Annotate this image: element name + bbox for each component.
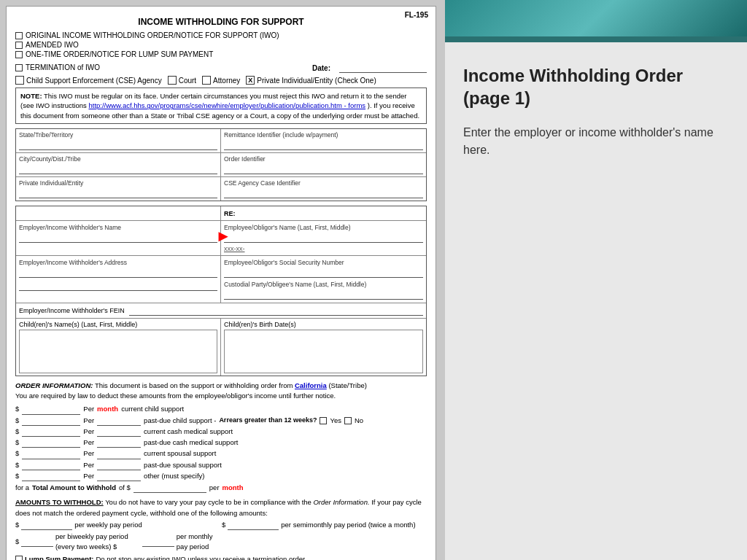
employee-ssn-input[interactable] bbox=[224, 268, 423, 278]
emp-right: Employee/Obligor's Name (Last, First, Mi… bbox=[221, 221, 426, 255]
employer-address-input[interactable] bbox=[19, 268, 217, 278]
period-7[interactable] bbox=[97, 471, 141, 481]
agency-attorney-label: Attorney bbox=[213, 77, 240, 85]
order-state: California bbox=[295, 381, 327, 389]
field-state: State/Tribe/Territory bbox=[16, 129, 221, 153]
employee-name-label: Employee/Obligor's Name (Last, First, Mi… bbox=[224, 224, 423, 231]
cb-amended-label: AMENDED IWO bbox=[26, 41, 79, 49]
cb-arrears-no[interactable] bbox=[344, 417, 352, 424]
field-remittance: Remittance Identifier (include w/payment… bbox=[221, 129, 426, 153]
private-input[interactable] bbox=[19, 188, 217, 198]
re-header: RE: bbox=[16, 206, 426, 220]
pay-weekly-input[interactable] bbox=[21, 520, 72, 530]
address-block: Employer/Income Withholder's Address Emp… bbox=[16, 255, 426, 303]
children-names-header: Child(ren)'s Name(s) (Last, First, Middl… bbox=[19, 321, 217, 328]
agency-attorney: Attorney bbox=[202, 76, 240, 85]
period-4[interactable] bbox=[97, 438, 141, 448]
employee-ssn-label: Employee/Obligor's Social Security Numbe… bbox=[224, 259, 423, 266]
cb-lump-sum[interactable] bbox=[15, 556, 23, 560]
amount-6[interactable] bbox=[22, 460, 80, 470]
order-input[interactable] bbox=[224, 164, 423, 174]
arrow-icon: ► bbox=[215, 227, 231, 246]
employer-block: Employer/Income Withholder's Name ► Empl… bbox=[16, 220, 426, 255]
agency-private: X Private Individual/Entity (Check One) bbox=[246, 76, 376, 85]
children-dob-input[interactable] bbox=[224, 330, 423, 373]
children-table: Child(ren)'s Name(s) (Last, First, Middl… bbox=[16, 318, 426, 376]
cb-cse[interactable] bbox=[15, 76, 24, 85]
cb-attorney[interactable] bbox=[202, 76, 211, 85]
amount-3[interactable] bbox=[22, 427, 80, 437]
cb-amended-box[interactable] bbox=[15, 42, 23, 49]
period-5[interactable] bbox=[97, 449, 141, 459]
info-description: Enter the employer or income withholder'… bbox=[463, 124, 729, 159]
cse-case-input[interactable] bbox=[224, 188, 423, 198]
field-private: Private Individual/Entity bbox=[16, 177, 221, 201]
pay-biweekly-input[interactable] bbox=[21, 537, 53, 547]
field-city: City/County/Dist./Tribe bbox=[16, 153, 221, 177]
agency-court: Court bbox=[168, 76, 196, 85]
period-3[interactable] bbox=[97, 427, 141, 437]
employee-name-input[interactable] bbox=[224, 233, 423, 243]
fein-label: Employer/Income Withholder's FEIN bbox=[19, 307, 125, 314]
state-input[interactable] bbox=[19, 140, 217, 150]
cb-termination-box[interactable] bbox=[15, 64, 23, 71]
field-private-label: Private Individual/Entity bbox=[19, 179, 217, 187]
pay-row-weekly: $ per weekly pay period bbox=[15, 520, 220, 530]
city-input[interactable] bbox=[19, 164, 217, 174]
amount-4[interactable] bbox=[22, 438, 80, 448]
order-info: ORDER INFORMATION: This document is base… bbox=[15, 381, 427, 494]
total-amount-input[interactable] bbox=[133, 483, 206, 493]
cb-onetime-box[interactable] bbox=[15, 51, 23, 58]
cb-arrears-yes[interactable] bbox=[320, 417, 327, 424]
fein-row: Employer/Income Withholder's FEIN bbox=[16, 303, 426, 318]
amount-7[interactable] bbox=[22, 471, 80, 481]
agency-cse: Child Support Enforcement (CSE) Agency bbox=[15, 76, 162, 85]
amounts-section: AMOUNTS TO WITHHOLD: You do not have to … bbox=[15, 497, 427, 560]
re-label: RE: bbox=[224, 210, 236, 217]
pay-row-semimonthly: $ per semimonthly pay period (twice a mo… bbox=[222, 520, 427, 530]
cb-termination-label: TERMINATION of IWO bbox=[26, 63, 100, 71]
support-row-6: $ Per past-due spousal support bbox=[15, 460, 427, 470]
teal-bar bbox=[445, 0, 747, 36]
amount-1[interactable] bbox=[22, 405, 80, 415]
custodial-label: Custodial Party/Obligee's Name (Last, Fi… bbox=[224, 281, 423, 288]
lump-sum-row: Lump Sum Payment: Do not stop any existi… bbox=[15, 554, 427, 560]
period-2[interactable] bbox=[97, 416, 141, 426]
pay-monthly-input[interactable] bbox=[142, 537, 174, 547]
document-panel: FL-195 INCOME WITHHOLDING FOR SUPPORT OR… bbox=[0, 0, 445, 560]
remittance-input[interactable] bbox=[224, 140, 423, 150]
pay-semimonthly-input[interactable] bbox=[228, 520, 279, 530]
order-info-text2: You are required by law to deduct these … bbox=[15, 392, 336, 400]
order-state-parens: (State/Tribe) bbox=[328, 381, 366, 389]
amount-5[interactable] bbox=[22, 449, 80, 459]
cb-court[interactable] bbox=[168, 76, 177, 85]
amount-2[interactable] bbox=[22, 416, 80, 426]
field-cse-case: CSE Agency Case Identifier bbox=[221, 177, 426, 201]
document: FL-195 INCOME WITHHOLDING FOR SUPPORT OR… bbox=[6, 6, 436, 560]
period-6[interactable] bbox=[97, 460, 141, 470]
note-box: NOTE: This IWO must be regular on its fa… bbox=[15, 88, 427, 124]
cb-onetime-label: ONE-TIME ORDER/NOTICE FOR LUMP SUM PAYME… bbox=[26, 50, 213, 58]
date-input[interactable] bbox=[339, 63, 427, 73]
employer-name-label: Employer/Income Withholder's Name bbox=[19, 224, 217, 231]
emp-left: Employer/Income Withholder's Name ► bbox=[16, 221, 221, 255]
checkbox-original: ORIGINAL INCOME WITHHOLDING ORDER/NOTICE… bbox=[15, 31, 427, 39]
children-names-input[interactable] bbox=[19, 330, 217, 373]
cb-original-box[interactable] bbox=[15, 32, 23, 39]
custodial-input[interactable] bbox=[224, 289, 423, 300]
note-link[interactable]: http://www.acf.hhs.gov/programs/cse/newh… bbox=[88, 101, 365, 109]
support-row-3: $ Per current cash medical support bbox=[15, 427, 427, 437]
employer-name-input[interactable] bbox=[19, 233, 217, 243]
fein-input[interactable] bbox=[129, 306, 423, 316]
checkbox-amended: AMENDED IWO bbox=[15, 41, 427, 49]
employer-address-input2[interactable] bbox=[19, 281, 217, 291]
re-right: RE: bbox=[221, 206, 426, 220]
field-order-label: Order Identifier bbox=[224, 155, 423, 163]
checkbox-onetime: ONE-TIME ORDER/NOTICE FOR LUMP SUM PAYME… bbox=[15, 50, 427, 58]
cb-private[interactable]: X bbox=[246, 76, 255, 85]
info-title: Income Withholding Order (page 1) bbox=[463, 64, 729, 109]
children-dob-col: Child(ren)'s Birth Date(s) bbox=[221, 319, 426, 376]
pay-row-biweekly: $ per biweekly pay period (every two wee… bbox=[15, 532, 220, 553]
info-content: Income Withholding Order (page 1) Enter … bbox=[445, 42, 747, 181]
children-names-col: Child(ren)'s Name(s) (Last, First, Middl… bbox=[16, 319, 221, 376]
